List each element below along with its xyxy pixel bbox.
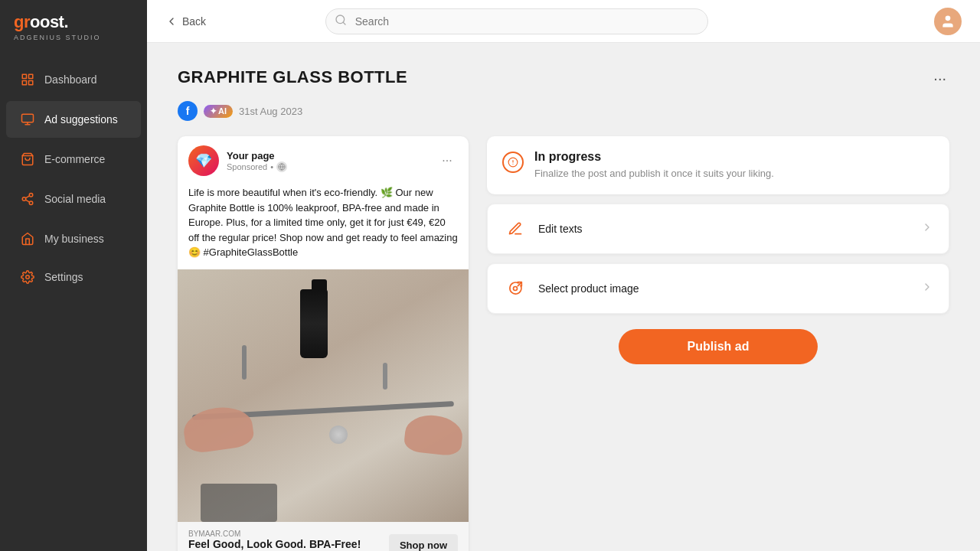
my-business-icon: [20, 231, 35, 246]
settings-icon: [20, 269, 35, 285]
sidebar-item-my-business[interactable]: My business: [6, 220, 141, 257]
svg-line-10: [25, 196, 29, 198]
sidebar-nav: Dashboard Ad suggestions E-commerce: [0, 60, 147, 297]
ad-body-text: Life is more beautiful when it's eco-fri…: [178, 182, 469, 269]
two-column-layout: 💎 Your page Sponsored • ··· Life is: [178, 136, 949, 551]
meta-row: f ✦ AI 31st Aug 2023: [178, 101, 949, 121]
sidebar-item-e-commerce[interactable]: E-commerce: [6, 141, 141, 178]
status-icon: [502, 152, 524, 173]
svg-point-20: [514, 287, 518, 291]
sponsored-row: Sponsored •: [227, 161, 429, 172]
sidebar-item-dashboard[interactable]: Dashboard: [6, 61, 141, 98]
basket: [201, 484, 277, 522]
chevron-right-icon: [921, 221, 933, 236]
topbar: Back: [147, 0, 980, 43]
publish-date: 31st Aug 2023: [239, 106, 302, 117]
ad-more-button[interactable]: ···: [436, 150, 458, 171]
page-title: GRAPHITE GLASS BOTTLE: [178, 67, 407, 87]
sidebar-item-label: Ad suggestions: [44, 113, 118, 126]
sidebar: groost. ADGENIUS STUDIO Dashboard Ad sug…: [0, 0, 147, 551]
status-content: In progress Finalize the post and publis…: [534, 150, 774, 181]
image-select-icon: [503, 276, 528, 301]
search-bar: [325, 8, 708, 34]
status-title: In progress: [534, 150, 774, 164]
logo-block: groost. ADGENIUS STUDIO: [14, 12, 101, 41]
status-description: Finalize the post and publish it once it…: [534, 167, 774, 181]
main-area: Back GRAPHITE GLASS BOTTLE ··· f: [147, 0, 980, 551]
ad-preview-card: 💎 Your page Sponsored • ··· Life is: [178, 136, 469, 551]
select-image-card[interactable]: Select product image: [487, 263, 949, 314]
shop-now-button[interactable]: Shop now: [389, 534, 458, 552]
sidebar-item-settings[interactable]: Settings: [6, 259, 141, 295]
bottle-body: [300, 289, 328, 358]
user-icon: [940, 14, 956, 29]
chevron-right-icon-2: [921, 281, 933, 296]
sidebar-item-label: Social media: [44, 193, 106, 205]
page-name: Your page: [227, 150, 429, 161]
facebook-badge: f: [178, 101, 198, 121]
right-panel: In progress Finalize the post and publis…: [487, 136, 949, 364]
ad-footer-info: BYMAAR.COM Feel Good, Look Good. BPA-Fre…: [188, 530, 361, 552]
page-info: Your page Sponsored •: [227, 150, 429, 172]
ad-headline: Feel Good, Look Good. BPA-Free!: [188, 538, 361, 550]
sidebar-item-label: Settings: [44, 271, 83, 283]
status-card: In progress Finalize the post and publis…: [487, 136, 949, 194]
ad-footer: BYMAAR.COM Feel Good, Look Good. BPA-Fre…: [178, 522, 469, 552]
logo-area: groost. ADGENIUS STUDIO: [0, 0, 147, 54]
ad-suggestions-icon: [20, 112, 35, 127]
edit-icon: [503, 217, 528, 241]
content-area: GRAPHITE GLASS BOTTLE ··· f ✦ AI 31st Au…: [147, 43, 980, 551]
sidebar-item-label: E-commerce: [44, 153, 105, 165]
svg-rect-2: [22, 81, 26, 85]
sidebar-item-label: My business: [44, 233, 104, 245]
ad-header: 💎 Your page Sponsored • ···: [178, 136, 469, 182]
logo-sub: ADGENIUS STUDIO: [14, 34, 101, 41]
select-image-label: Select product image: [538, 282, 910, 295]
sidebar-item-social-media[interactable]: Social media: [6, 181, 141, 217]
ad-image-background: [178, 269, 469, 522]
svg-point-11: [26, 276, 30, 279]
e-commerce-icon: [20, 152, 35, 167]
more-options-button[interactable]: ···: [930, 67, 949, 89]
edit-texts-label: Edit texts: [538, 223, 910, 235]
search-icon: [335, 14, 347, 29]
logo-text: groost.: [14, 12, 101, 32]
svg-line-13: [343, 22, 345, 24]
bottle-cap: [312, 279, 327, 290]
svg-rect-3: [29, 81, 33, 85]
ad-domain: BYMAAR.COM: [188, 530, 361, 538]
ai-badge: ✦ AI: [204, 105, 233, 118]
svg-rect-1: [29, 74, 33, 78]
svg-line-9: [25, 200, 29, 202]
handlebar-post-left: [242, 345, 247, 380]
svg-rect-4: [22, 114, 34, 122]
sidebar-item-label: Dashboard: [44, 73, 97, 86]
svg-rect-0: [22, 74, 26, 78]
handlebar-post-right: [383, 363, 387, 390]
publish-ad-button[interactable]: Publish ad: [619, 329, 818, 364]
info-icon: [508, 157, 518, 168]
avatar[interactable]: [934, 8, 962, 35]
edit-texts-card[interactable]: Edit texts: [487, 204, 949, 254]
page-avatar: 💎: [188, 145, 219, 176]
back-icon: [165, 15, 178, 28]
bike-bell: [329, 425, 348, 444]
page-header: GRAPHITE GLASS BOTTLE ···: [178, 67, 949, 89]
search-input[interactable]: [325, 8, 708, 34]
globe-icon: [276, 161, 287, 172]
social-media-icon: [20, 191, 35, 207]
ad-product-image: [178, 269, 469, 522]
sidebar-item-ad-suggestions[interactable]: Ad suggestions: [6, 101, 141, 138]
svg-point-14: [946, 15, 951, 21]
back-button[interactable]: Back: [165, 15, 206, 28]
dashboard-icon: [20, 72, 35, 87]
